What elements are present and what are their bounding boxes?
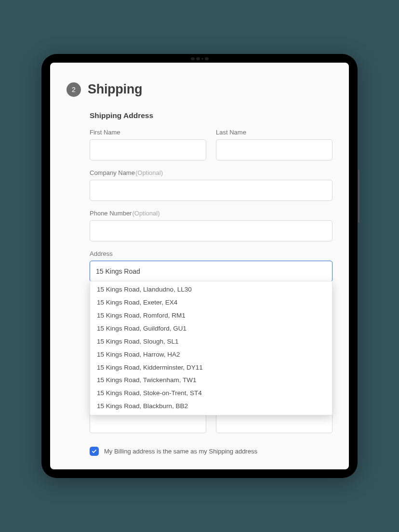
step-title: Shipping	[88, 82, 142, 97]
autocomplete-option[interactable]: 15 Kings Road, Romford, RM1	[90, 309, 332, 322]
autocomplete-option[interactable]: 15 Kings Road, Twickenham, TW1	[90, 374, 332, 387]
autocomplete-option[interactable]: 15 Kings Road, Llandudno, LL30	[90, 283, 332, 296]
billing-same-label: My Billing address is the same as my Shi…	[104, 448, 257, 455]
autocomplete-option[interactable]: 15 Kings Road, Slough, SL1	[90, 335, 332, 348]
check-icon	[92, 449, 97, 454]
autocomplete-option[interactable]: 15 Kings Road, Blackburn, BB2	[90, 400, 332, 413]
address-label: Address	[90, 250, 332, 257]
camera-notch	[178, 57, 221, 61]
autocomplete-option[interactable]: 15 Kings Road, Stoke-on-Trent, ST4	[90, 387, 332, 400]
step-number-badge: 2	[66, 82, 81, 97]
autocomplete-option[interactable]: 15 Kings Road, Exeter, EX4	[90, 296, 332, 309]
last-name-input[interactable]	[216, 139, 332, 160]
tablet-frame: 2 Shipping Shipping Address First Name L…	[41, 54, 358, 478]
phone-label: Phone Number(Optional)	[90, 210, 332, 217]
first-name-label: First Name	[90, 129, 206, 136]
phone-input[interactable]	[90, 220, 332, 241]
company-input[interactable]	[90, 180, 332, 201]
address-input[interactable]	[90, 261, 332, 282]
autocomplete-option[interactable]: 15 Kings Road, Guildford, GU1	[90, 322, 332, 335]
autocomplete-option[interactable]: 15 Kings Road, Harrow, HA2	[90, 348, 332, 361]
billing-same-checkbox[interactable]	[90, 447, 99, 456]
screen: 2 Shipping Shipping Address First Name L…	[50, 63, 349, 469]
section-heading: Shipping Address	[90, 111, 332, 120]
company-label: Company Name(Optional)	[90, 169, 332, 176]
address-autocomplete-dropdown: 15 Kings Road, Llandudno, LL3015 Kings R…	[90, 281, 332, 415]
autocomplete-option[interactable]: 15 Kings Road, Kidderminster, DY11	[90, 361, 332, 374]
last-name-label: Last Name	[216, 129, 332, 136]
address-field-wrapper: Address 15 Kings Road, Llandudno, LL3015…	[90, 250, 332, 282]
first-name-input[interactable]	[90, 139, 206, 160]
step-header: 2 Shipping	[66, 82, 332, 97]
shipping-form: Shipping Address First Name Last Name Co…	[66, 111, 332, 456]
